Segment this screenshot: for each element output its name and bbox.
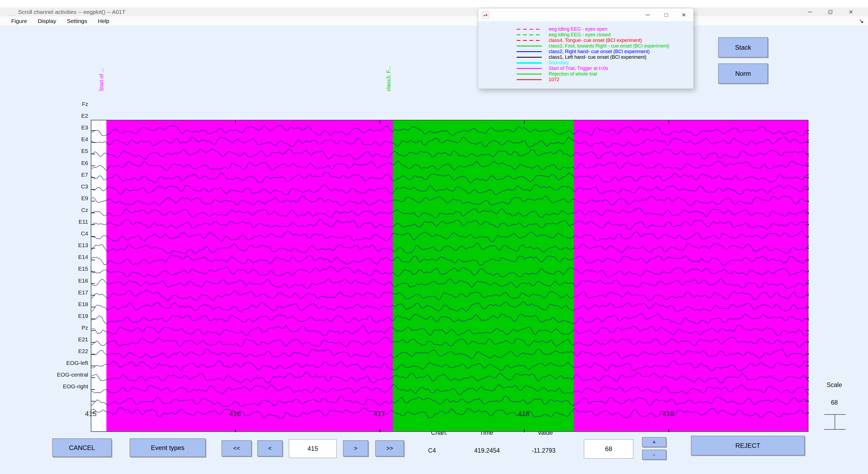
- eeg-trace-e17: [91, 314, 809, 324]
- toolbar-expand-icon[interactable]: ↘: [859, 18, 864, 25]
- eeg-trace-e9: [91, 220, 809, 229]
- eeg-trace-c3: [91, 208, 809, 218]
- legend-entry-label: boundary: [549, 60, 569, 66]
- legend-line-swatch: [517, 29, 542, 30]
- legend-line-swatch: [517, 79, 542, 80]
- eeg-trace-eog-central: [91, 396, 809, 406]
- legend-window[interactable]: ✕ eeg:Idling EEG - eyes openeeg:Idling E…: [478, 8, 694, 89]
- legend-line-swatch: [517, 40, 542, 41]
- forward-button[interactable]: >: [343, 440, 368, 456]
- fast-back-button[interactable]: <<: [222, 440, 251, 456]
- position-input[interactable]: [289, 439, 337, 458]
- legend-entry-label: eeg:Idling EEG - eyes closed: [549, 32, 611, 38]
- channel-label-e7: E7: [48, 171, 88, 178]
- channel-label-e17: E17: [48, 289, 88, 296]
- matlab-icon: [482, 11, 489, 19]
- eeg-trace-pz: [91, 349, 809, 359]
- scale-minus-button[interactable]: -: [642, 450, 666, 460]
- main-titlebar[interactable]: Scroll channel activities -- eegplot() -…: [0, 7, 868, 16]
- channel-label-e4: E4: [48, 136, 88, 143]
- eeg-trace-e15: [91, 290, 809, 300]
- legend-entry-label: class1, Left hand- cue onset (BCI experi…: [549, 55, 646, 60]
- menu-item-help[interactable]: Help: [98, 18, 109, 24]
- eeg-trace-e22: [91, 373, 809, 383]
- menu-item-figure[interactable]: Figure: [11, 18, 27, 24]
- channel-label-fz: Fz: [48, 101, 88, 107]
- channel-label-c4: C4: [48, 230, 88, 237]
- legend-entry: class2, Right hand- cue onset (BCI exper…: [478, 49, 693, 55]
- channel-label-e11: E11: [48, 219, 88, 225]
- close-icon[interactable]: ✕: [843, 7, 859, 16]
- eeg-trace-e7: [91, 196, 809, 206]
- legend-line-swatch: [517, 51, 542, 52]
- cancel-button[interactable]: CANCEL: [52, 439, 112, 457]
- eeg-trace-e11: [91, 243, 809, 253]
- eeg-traces: [91, 120, 809, 432]
- scale-edit-input[interactable]: [584, 439, 633, 459]
- legend-line-swatch: [517, 74, 542, 74]
- eeg-trace-eog-right: [91, 408, 809, 418]
- eeg-trace-e3: [91, 149, 809, 159]
- stack-button[interactable]: Stack: [718, 37, 768, 57]
- minimize-icon[interactable]: [802, 7, 818, 16]
- legend-close-icon[interactable]: ✕: [675, 8, 692, 22]
- legend-entry: class1, Left hand- cue onset (BCI experi…: [478, 55, 693, 60]
- scale-plus-button[interactable]: +: [642, 437, 666, 447]
- norm-button[interactable]: Norm: [718, 64, 768, 84]
- scale-label: Scale: [817, 381, 852, 388]
- channel-label-cz: Cz: [48, 207, 88, 213]
- legend-line-swatch: [517, 57, 542, 58]
- eeg-trace-eog-left: [91, 384, 809, 394]
- legend-entry: eeg:Idling EEG - eyes closed: [478, 32, 693, 38]
- eeg-trace-e21: [91, 361, 809, 371]
- channel-label-e18: E18: [48, 301, 88, 308]
- eeg-trace-e13: [91, 266, 809, 277]
- legend-minimize-icon[interactable]: [639, 8, 656, 22]
- channel-label-c3: C3: [48, 183, 88, 190]
- channel-label-pz: Pz: [48, 324, 88, 331]
- channel-label-e14: E14: [48, 254, 88, 260]
- eeg-trace-e16: [91, 302, 809, 312]
- chan-readout: C4: [428, 447, 436, 454]
- legend-maximize-icon[interactable]: [658, 8, 675, 22]
- legend-entry-label: class3, Foot, towards Right - cue onset …: [549, 43, 669, 49]
- back-button[interactable]: <: [257, 440, 282, 456]
- channel-label-e22: E22: [48, 348, 88, 354]
- legend-line-swatch: [517, 68, 542, 69]
- channel-label-e2: E2: [48, 113, 88, 119]
- channel-label-e19: E19: [48, 313, 88, 319]
- channel-label-eog-right: EOG-right: [48, 383, 88, 390]
- eeg-trace-e18: [91, 326, 809, 336]
- legend-line-swatch: [517, 34, 542, 35]
- eeg-trace-e14: [91, 278, 809, 288]
- reject-button[interactable]: REJECT: [691, 436, 805, 455]
- channel-label-e15: E15: [48, 265, 88, 272]
- menu-item-settings[interactable]: Settings: [67, 18, 87, 24]
- legend-entry: class4, Tongue- cue onset (BCI experimen…: [478, 38, 693, 43]
- eeg-plot-area[interactable]: [91, 120, 808, 432]
- channel-label-eog-left: EOG-left: [48, 360, 88, 366]
- fast-forward-button[interactable]: >>: [375, 440, 404, 456]
- eeg-trace-c4: [91, 255, 809, 265]
- legend-entry-label: class4, Tongue- cue onset (BCI experimen…: [549, 38, 642, 43]
- menu-item-display[interactable]: Display: [38, 18, 56, 24]
- channel-label-e21: E21: [48, 336, 88, 343]
- legend-entry-label: eeg:Idling EEG - eyes open: [549, 26, 608, 32]
- scale-ibeam-indicator: [824, 414, 845, 430]
- legend-entry: eeg:Idling EEG - eyes open: [478, 26, 693, 32]
- event-types-button[interactable]: Event types: [130, 439, 206, 457]
- legend-entry: 1072: [478, 77, 693, 83]
- eeg-trace-e19: [91, 337, 809, 347]
- menubar: FigureDisplaySettingsHelp: [0, 16, 868, 26]
- channel-label-e9: E9: [48, 195, 88, 201]
- legend-entry-label: class2, Right hand- cue onset (BCI exper…: [549, 49, 650, 55]
- legend-entry: Rejection of whole trial: [478, 71, 693, 77]
- legend-titlebar[interactable]: ✕: [478, 8, 693, 22]
- legend-entry: boundary: [478, 60, 693, 66]
- eeg-trace-e4: [91, 161, 809, 171]
- channel-label-e16: E16: [48, 278, 88, 284]
- scale-value: 68: [817, 399, 852, 406]
- restore-icon[interactable]: [823, 7, 838, 16]
- channel-label-e5: E5: [48, 148, 88, 154]
- legend-entries: eeg:Idling EEG - eyes openeeg:Idling EEG…: [478, 26, 693, 83]
